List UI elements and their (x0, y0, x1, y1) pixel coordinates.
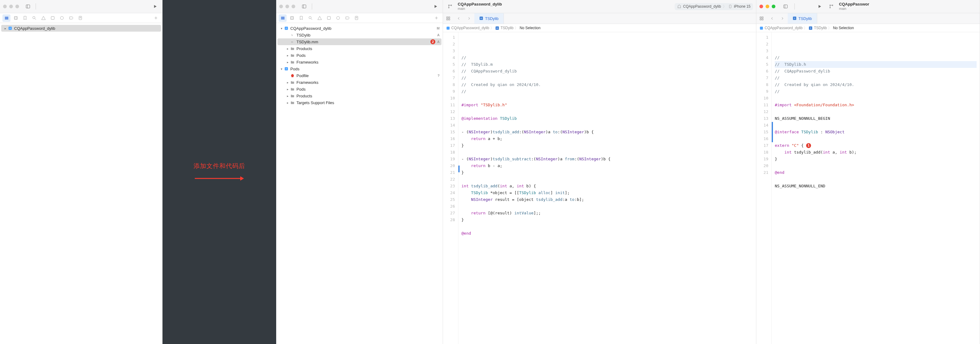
disclosure-icon[interactable]: ▸ (285, 81, 290, 84)
breadcrumb[interactable]: CQAppPassword_dylib 〉 hTSDylib 〉 No Sele… (756, 24, 980, 32)
code-line[interactable]: @end (775, 169, 977, 176)
code-lines[interactable]: //// TSDylib.m// CQAppPassword_dylib////… (458, 32, 756, 344)
add-icon[interactable] (432, 14, 440, 22)
issue-indicator[interactable] (772, 122, 773, 142)
code-line[interactable] (461, 176, 753, 183)
tests-icon[interactable] (49, 14, 57, 22)
bookmark-icon[interactable] (297, 14, 305, 22)
issue-indicator[interactable] (458, 166, 460, 172)
code-line[interactable]: #import "TSDylib.h" (461, 102, 753, 108)
code-line[interactable]: // CQAppPassword_dylib (461, 68, 753, 75)
zoom-dot[interactable] (772, 5, 775, 8)
code-line[interactable]: } (461, 169, 753, 176)
disclosure-icon[interactable]: ▸ (285, 101, 290, 104)
code-line[interactable]: - (NSInteger)tsdylib_subtract:(NSInteger… (461, 156, 753, 162)
search-icon[interactable] (30, 14, 38, 22)
tree-row[interactable]: mTSDylib.mm2A (277, 38, 441, 45)
code-line[interactable]: // Created by qian on 2024/4/10. (461, 81, 753, 88)
disclosure-icon[interactable]: ▸ (285, 47, 290, 50)
zoom-dot[interactable] (291, 5, 295, 8)
traffic-lights[interactable] (759, 5, 775, 8)
disclosure-icon[interactable]: ▸ (285, 54, 290, 57)
project-root[interactable]: ▸ A CQAppPassword_dylib (1, 25, 161, 32)
scheme-selector[interactable]: CQAppPassword_dylib 〉 iPhone 15 (675, 3, 753, 10)
code-line[interactable]: TSDylib *object = [[TSDylib alloc] init]… (461, 190, 753, 196)
close-dot[interactable] (759, 5, 763, 8)
code-line[interactable]: return [@(result) intValue];; (461, 210, 753, 217)
debug-icon[interactable] (334, 14, 342, 22)
tree-row[interactable]: ▾ACQAppPassword_dylibM (277, 25, 441, 32)
debug-icon[interactable] (58, 14, 66, 22)
tree-row[interactable]: ▸Pods (277, 52, 441, 59)
title-block[interactable]: CQAppPassword_dylib main (458, 2, 502, 11)
code-line[interactable]: return b - a; (461, 162, 753, 169)
source-control-icon[interactable] (12, 14, 20, 22)
code-editor-m[interactable]: 1234567891011121314151617181920212223242… (443, 32, 756, 344)
code-line[interactable]: - (NSInteger)tsdylib_add:(NSInteger)a to… (461, 129, 753, 135)
tree-row[interactable]: ▸Targets Support Files (277, 99, 441, 106)
disclosure-icon[interactable]: ▾ (279, 27, 283, 30)
editor-tab[interactable]: m TSDylib (474, 13, 504, 24)
run-button-icon[interactable] (151, 3, 159, 10)
code-line[interactable] (775, 108, 977, 115)
run-button-icon[interactable] (432, 3, 440, 10)
code-line[interactable]: } (461, 217, 753, 223)
tests-icon[interactable] (325, 14, 333, 22)
code-line[interactable]: #import <Foundation/Foundation.h> (775, 102, 977, 108)
disclosure-icon[interactable]: ▸ (285, 61, 290, 64)
code-line[interactable] (775, 176, 977, 183)
code-line[interactable] (775, 135, 977, 142)
code-line[interactable]: extern "C" {1 (775, 142, 977, 149)
issues-icon[interactable] (315, 14, 323, 22)
disclosure-icon[interactable]: ▾ (279, 67, 283, 71)
code-line[interactable]: // TSDylib.m (461, 61, 753, 68)
code-line[interactable] (775, 122, 977, 129)
code-line[interactable] (775, 162, 977, 169)
code-line[interactable] (461, 95, 753, 102)
tree-row[interactable]: ▾APods (277, 65, 441, 72)
tree-row[interactable]: ▸Frameworks (277, 79, 441, 86)
zoom-dot[interactable] (15, 5, 19, 8)
minimize-dot[interactable] (285, 5, 289, 8)
code-line[interactable]: NS_ASSUME_NONNULL_BEGIN (775, 115, 977, 122)
disclosure-icon[interactable]: ▸ (285, 88, 290, 91)
back-icon[interactable] (453, 13, 464, 24)
code-line[interactable]: @implementation TSDylib (461, 115, 753, 122)
project-navigator-icon[interactable] (278, 14, 286, 22)
code-line[interactable]: // (775, 88, 977, 95)
reports-icon[interactable] (352, 14, 360, 22)
code-line[interactable] (775, 190, 977, 196)
tree-row[interactable]: hTSDylibA (277, 32, 441, 38)
code-line[interactable] (461, 108, 753, 115)
sidebar-toggle-icon[interactable] (300, 3, 308, 10)
close-dot[interactable] (3, 5, 7, 8)
code-line[interactable]: int tsdylib_add(int a, int b) { (461, 183, 753, 190)
branch-icon[interactable] (446, 3, 454, 10)
code-line[interactable]: @interface TSDylib : NSObject (775, 129, 977, 135)
code-line[interactable] (461, 223, 753, 230)
breakpoints-icon[interactable] (343, 14, 351, 22)
traffic-lights[interactable] (279, 5, 295, 8)
code-line[interactable] (461, 122, 753, 129)
tree-row[interactable]: ▸Frameworks (277, 59, 441, 65)
minimize-dot[interactable] (765, 5, 769, 8)
editor-tab[interactable]: h TSDylib (788, 13, 817, 24)
tree-row[interactable]: ▸Products (277, 92, 441, 99)
sidebar-toggle-icon[interactable] (781, 3, 789, 10)
code-line[interactable]: int tsdylib_add(int a, int b); (775, 149, 977, 156)
code-line[interactable]: // (775, 75, 977, 81)
code-line[interactable] (775, 95, 977, 102)
code-line[interactable]: // (461, 75, 753, 81)
chevron-right-icon[interactable]: ▸ (3, 27, 7, 30)
code-line[interactable]: NSInteger result = [object tsdylib_add:a… (461, 196, 753, 203)
tree-row[interactable]: Podfile? (277, 72, 441, 79)
code-line[interactable]: // Created by qian on 2024/4/10. (775, 81, 977, 88)
code-line[interactable]: // (461, 54, 753, 61)
issues-icon[interactable] (39, 14, 47, 22)
code-line[interactable]: // (461, 88, 753, 95)
code-line[interactable]: // (775, 54, 977, 61)
minimize-dot[interactable] (9, 5, 13, 8)
code-lines[interactable]: //// TSDylib.h// CQAppPassword_dylib////… (772, 32, 980, 344)
tree-row[interactable]: ▸Pods (277, 86, 441, 92)
search-icon[interactable] (306, 14, 314, 22)
